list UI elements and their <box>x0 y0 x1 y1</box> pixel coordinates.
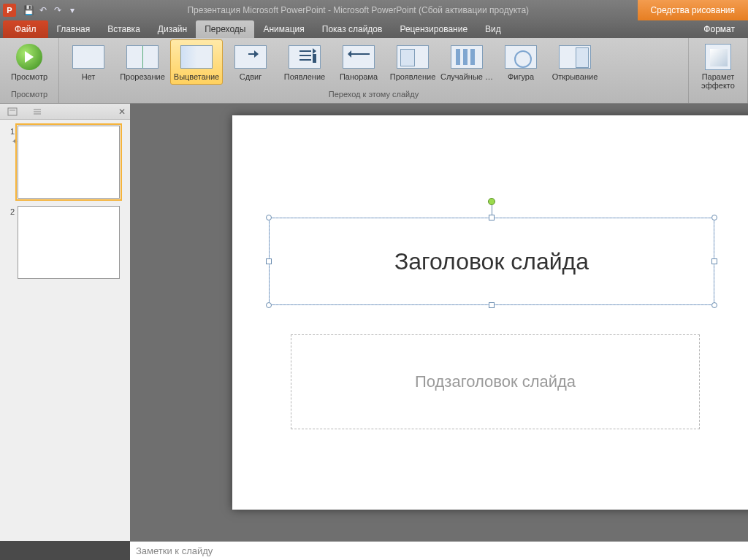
transition-icon <box>180 45 213 69</box>
subtitle-placeholder[interactable]: Подзаголовок слайда <box>415 372 576 391</box>
slide-editor[interactable]: Заголовок слайда Подзаголовок слайда <box>130 104 748 541</box>
qat-dropdown-icon[interactable]: ▾ <box>66 4 79 17</box>
quick-access-toolbar: 💾 ↶ ↷ ▾ <box>22 4 79 17</box>
slide-canvas[interactable]: Заголовок слайда Подзаголовок слайда <box>232 115 748 510</box>
transition-icon <box>72 45 104 69</box>
transition-случайные …[interactable]: Случайные … <box>440 39 493 85</box>
outline-tab-icon <box>32 107 42 116</box>
ribbon: Просмотр Просмотр НетПрорезаниеВыцветани… <box>0 38 748 104</box>
transition-icon <box>289 45 321 69</box>
title-text[interactable]: Заголовок слайда <box>394 248 589 275</box>
ribbon-group-effect-options: Парамет эффекто <box>689 38 748 103</box>
slide-number: 1 <box>6 126 18 136</box>
panel-tabs: ✕ <box>0 104 130 120</box>
svg-rect-1 <box>9 110 15 111</box>
tab-format[interactable]: Формат <box>690 20 748 38</box>
resize-handle-sw[interactable] <box>266 302 272 308</box>
transition-icon <box>451 45 483 69</box>
play-preview-icon <box>16 44 42 70</box>
undo-icon[interactable]: ↶ <box>37 4 50 17</box>
title-text-box[interactable]: Заголовок слайда <box>269 218 714 305</box>
resize-handle-ne[interactable] <box>711 215 717 220</box>
transition-прорезание[interactable]: Прорезание <box>116 39 169 85</box>
transition-icon <box>397 45 429 69</box>
powerpoint-app-icon: P <box>3 4 16 17</box>
panel-tab-slides[interactable] <box>0 104 25 120</box>
transition-сдвиг[interactable]: Сдвиг <box>224 39 277 85</box>
transition-icon <box>126 45 159 69</box>
panel-tab-outline[interactable] <box>25 104 50 120</box>
slide-thumbnail[interactable] <box>18 126 120 199</box>
rotate-handle[interactable] <box>488 198 495 205</box>
transition-появление[interactable]: Появление <box>278 39 331 85</box>
resize-handle-n[interactable] <box>489 215 495 220</box>
slide-thumb-row: 1✦ <box>4 126 126 199</box>
transition-icon <box>559 45 591 69</box>
panel-close-icon[interactable]: ✕ <box>114 107 130 117</box>
transition-панорама[interactable]: Панорама <box>332 39 385 85</box>
slide-thumb-row: 2 <box>4 206 126 279</box>
transition-проявление[interactable]: Проявление <box>386 39 439 85</box>
effect-options-icon <box>705 44 731 70</box>
resize-handle-se[interactable] <box>711 302 717 308</box>
resize-handle-s[interactable] <box>489 302 495 308</box>
thumbnail-list: 1✦2 <box>0 120 130 541</box>
effect-options-button[interactable]: Парамет эффекто <box>692 39 744 93</box>
transition-icon <box>505 45 537 69</box>
title-bar: P 💾 ↶ ↷ ▾ Презентация Microsoft PowerPoi… <box>0 0 748 20</box>
tab-animation[interactable]: Анимация <box>254 20 313 38</box>
slide-number: 2 <box>6 206 18 216</box>
resize-handle-e[interactable] <box>711 258 717 264</box>
transition-выцветание[interactable]: Выцветание <box>170 39 223 85</box>
resize-handle-nw[interactable] <box>266 215 272 220</box>
tab-transitions[interactable]: Переходы <box>196 20 254 38</box>
transition-star-icon: ✦ <box>12 137 18 145</box>
redo-icon[interactable]: ↷ <box>51 4 64 17</box>
transition-icon <box>343 45 375 69</box>
ribbon-tab-row: Файл Главная Вставка Дизайн Переходы Ани… <box>0 20 748 38</box>
ribbon-group-transitions: НетПрорезаниеВыцветаниеСдвигПоявлениеПан… <box>59 38 689 103</box>
subtitle-text-box[interactable]: Подзаголовок слайда <box>291 334 700 429</box>
save-icon[interactable]: 💾 <box>22 4 35 17</box>
resize-handle-w[interactable] <box>266 258 272 264</box>
transition-нет[interactable]: Нет <box>62 39 115 85</box>
workspace: ✕ 1✦2 Заголовок слайда <box>0 104 748 541</box>
tab-insert[interactable]: Вставка <box>99 20 149 38</box>
notes-pane[interactable]: Заметки к слайду <box>130 541 748 560</box>
slide-thumbnail[interactable] <box>18 206 120 279</box>
ribbon-group-preview: Просмотр Просмотр <box>0 38 59 103</box>
tab-view[interactable]: Вид <box>476 20 510 38</box>
tab-design[interactable]: Дизайн <box>149 20 196 38</box>
transition-открывание[interactable]: Открывание <box>549 39 601 85</box>
svg-rect-0 <box>8 108 17 115</box>
tab-slideshow[interactable]: Показ слайдов <box>313 20 392 38</box>
window-title: Презентация Microsoft PowerPoint - Micro… <box>79 5 638 15</box>
slide-thumbnail-panel: ✕ 1✦2 <box>0 104 130 541</box>
transition-icon <box>234 45 267 69</box>
slides-tab-icon <box>7 107 18 116</box>
tab-home[interactable]: Главная <box>48 20 99 38</box>
transition-фигура[interactable]: Фигура <box>495 39 547 85</box>
tab-file[interactable]: Файл <box>3 20 48 38</box>
preview-button[interactable]: Просмотр <box>3 39 56 85</box>
tab-review[interactable]: Рецензирование <box>391 20 476 38</box>
drawing-tools-context-title: Средства рисования <box>638 0 748 20</box>
notes-placeholder: Заметки к слайду <box>136 545 213 556</box>
